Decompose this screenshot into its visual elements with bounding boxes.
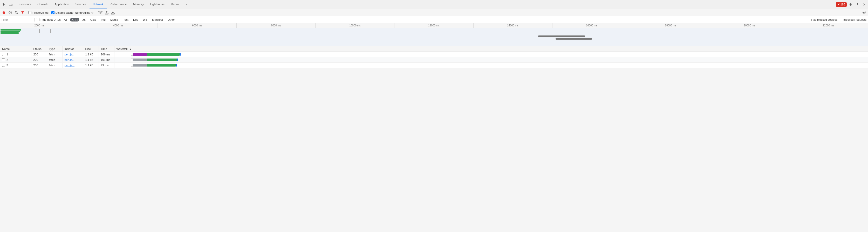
filter-type-js[interactable]: JS: [81, 18, 87, 22]
tab-application[interactable]: Application: [51, 0, 72, 9]
filter-type-img[interactable]: Img: [99, 18, 107, 22]
initiator-link-1[interactable]: pen.js...: [65, 53, 75, 56]
filter-type-other[interactable]: Other: [166, 18, 177, 22]
more-options-icon[interactable]: ⋮: [855, 2, 860, 7]
import-har-icon[interactable]: [104, 10, 110, 15]
tab-redux[interactable]: Redux: [167, 0, 182, 9]
wf-blue-1: [180, 53, 181, 56]
blocked-requests-label[interactable]: Blocked Requests: [839, 18, 866, 21]
initiator-cell-3[interactable]: pen.js...: [62, 63, 83, 68]
tab-memory[interactable]: Memory: [130, 0, 147, 9]
export-har-icon[interactable]: [110, 10, 116, 15]
col-size[interactable]: Size: [83, 46, 99, 52]
error-badge: ✕ 186: [836, 2, 847, 7]
wf-white-3: [131, 64, 133, 67]
filter-button[interactable]: [20, 10, 25, 15]
wf-gray-2: [133, 59, 147, 61]
initiator-link-3[interactable]: pen.js...: [65, 64, 75, 67]
filter-type-manifest[interactable]: Manifest: [151, 18, 164, 22]
preserve-log-label[interactable]: Preserve log: [28, 11, 49, 14]
col-initiator[interactable]: Initiator: [62, 46, 83, 52]
filter-type-css[interactable]: CSS: [89, 18, 98, 22]
filter-type-media[interactable]: Media: [109, 18, 120, 22]
toolbar-separator-3: [96, 11, 96, 15]
status-cell-2: 200: [31, 57, 47, 63]
waterfall-label: Waterfall: [117, 47, 128, 50]
tick-5: 10000 ms: [315, 23, 395, 28]
row-checkbox-2[interactable]: [2, 58, 5, 62]
time-cell-2: 101 ms: [99, 57, 114, 63]
tab-network[interactable]: Network: [90, 0, 107, 9]
tick-9: 18000 ms: [631, 23, 710, 28]
wf-blue-2: [177, 59, 178, 61]
col-name[interactable]: Name: [0, 46, 31, 52]
device-icon[interactable]: [8, 2, 13, 7]
wf-purple-1: [133, 53, 147, 56]
table-row[interactable]: 1 200 fetch pen.js... 1.1 kB 106 ms: [0, 52, 868, 57]
search-button[interactable]: [13, 10, 19, 15]
hide-data-urls-label[interactable]: Hide data URLs: [36, 18, 61, 21]
timeline-area: 2000 ms 4000 ms 6000 ms 8000 ms 10000 ms…: [0, 23, 868, 46]
initiator-link-2[interactable]: pen.js...: [65, 58, 75, 62]
settings-icon[interactable]: ⚙: [848, 2, 854, 7]
row-checkbox-1[interactable]: [2, 53, 5, 56]
col-type[interactable]: Type: [47, 46, 62, 52]
tab-sources[interactable]: Sources: [72, 0, 89, 9]
col-status[interactable]: Status: [31, 46, 47, 52]
close-icon[interactable]: ✕: [861, 2, 867, 7]
tick-10: 20000 ms: [710, 23, 789, 28]
tab-performance[interactable]: Performance: [107, 0, 130, 9]
tab-elements[interactable]: Elements: [16, 0, 34, 9]
disable-cache-label[interactable]: Disable cache: [51, 11, 73, 14]
tab-console[interactable]: Console: [34, 0, 51, 9]
timeline-handle-right[interactable]: [50, 29, 51, 33]
timeline-handle-left[interactable]: [39, 29, 40, 33]
has-blocked-cookies-label[interactable]: Has blocked cookies: [807, 18, 837, 21]
timeline-graph[interactable]: [0, 28, 868, 46]
svg-rect-0: [9, 3, 11, 6]
filter-type-doc[interactable]: Doc: [131, 18, 140, 22]
sort-icon: ▲: [129, 48, 132, 50]
filter-type-xhr[interactable]: XHR: [70, 18, 79, 22]
disable-cache-checkbox[interactable]: [51, 11, 55, 14]
blocked-requests-checkbox[interactable]: [839, 18, 842, 21]
throttle-label-text: No throttling: [75, 11, 90, 14]
time-cell-3: 99 ms: [99, 63, 114, 68]
name-cell-3: 3: [0, 63, 31, 68]
chevron-down-icon: [91, 11, 94, 14]
col-time[interactable]: Time: [99, 46, 114, 52]
name-cell-2: 2: [0, 57, 31, 63]
table-row[interactable]: 2 200 fetch pen.js... 1.1 kB 101 ms: [0, 57, 868, 63]
hide-data-urls-checkbox[interactable]: [36, 18, 39, 21]
filter-type-ws[interactable]: WS: [141, 18, 149, 22]
filter-input[interactable]: [2, 18, 33, 21]
table-row[interactable]: 3 200 fetch pen.js... 1.1 kB 99 ms: [0, 63, 868, 68]
filter-type-font[interactable]: Font: [121, 18, 130, 22]
record-button[interactable]: [1, 10, 7, 15]
wf-green-3: [147, 64, 176, 67]
preserve-log-checkbox[interactable]: [28, 11, 31, 14]
hide-data-urls-text: Hide data URLs: [40, 18, 61, 21]
tick-4: 8000 ms: [237, 23, 315, 28]
tab-more[interactable]: »: [183, 0, 190, 9]
name-cell-1: 1: [0, 52, 31, 57]
tick-3: 6000 ms: [158, 23, 237, 28]
filter-type-all[interactable]: All: [62, 18, 68, 22]
table-header-row: Name Status Type Initiator Size Time Wat…: [0, 46, 868, 52]
initiator-cell-1[interactable]: pen.js...: [62, 52, 83, 57]
network-conditions-icon[interactable]: [98, 10, 103, 15]
network-settings-icon[interactable]: [861, 10, 867, 15]
initiator-cell-2[interactable]: pen.js...: [62, 57, 83, 63]
tab-lighthouse[interactable]: Lighthouse: [147, 0, 167, 9]
clear-button[interactable]: [7, 10, 13, 15]
size-cell-3: 1.1 kB: [83, 63, 99, 68]
tab-bar: Elements Console Application Sources Net…: [0, 0, 868, 9]
error-x-icon: ✕: [837, 3, 840, 6]
has-blocked-cookies-checkbox[interactable]: [807, 18, 810, 21]
wf-white-2: [131, 59, 133, 61]
col-waterfall[interactable]: Waterfall ▲: [114, 46, 868, 52]
timeline-ruler: 2000 ms 4000 ms 6000 ms 8000 ms 10000 ms…: [0, 23, 868, 28]
row-checkbox-3[interactable]: [2, 64, 5, 67]
throttle-dropdown[interactable]: No throttling: [74, 11, 95, 15]
cursor-icon[interactable]: [1, 2, 7, 7]
